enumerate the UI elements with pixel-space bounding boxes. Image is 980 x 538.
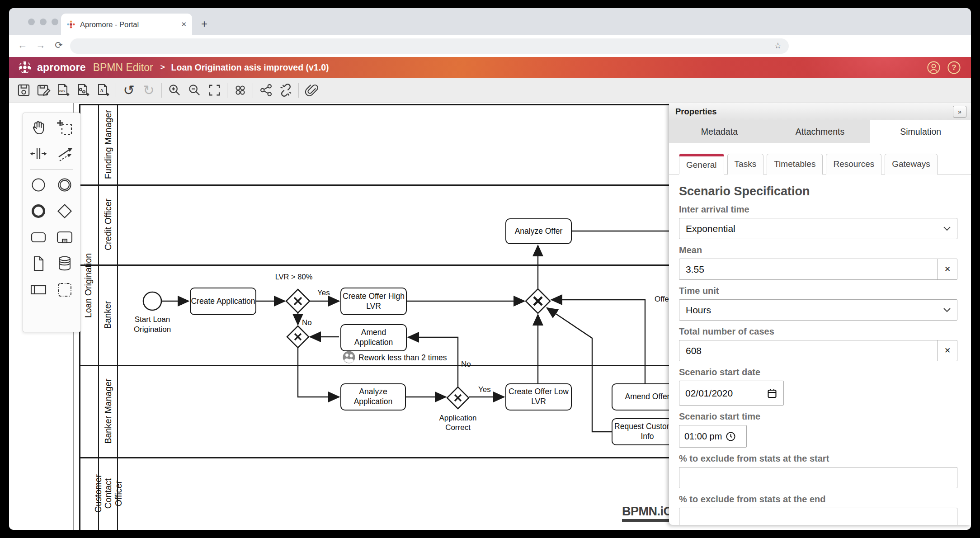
back-icon[interactable]: ← [16, 40, 29, 51]
flow-request-customer-info-to-join[interactable] [547, 308, 612, 432]
simulation-sub-tabs: General Tasks Timetables Resources Gatew… [669, 143, 971, 175]
create-end-event[interactable] [28, 201, 48, 221]
app-header: apromore BPMN Editor > Loan Origination … [9, 57, 971, 78]
url-input[interactable]: ☆ [70, 38, 789, 54]
help-icon[interactable]: ? [947, 61, 961, 75]
toolbar-separator [116, 83, 116, 98]
field-label-time-unit: Time unit [679, 286, 957, 296]
lasso-tool[interactable] [55, 118, 75, 137]
browser-address-bar: ← → ⟳ ☆ [9, 35, 971, 57]
create-subprocess[interactable] [55, 227, 75, 247]
tab-simulation[interactable]: Simulation [870, 120, 971, 143]
app-name: BPMN Editor [93, 61, 153, 74]
fit-viewport-button[interactable] [205, 81, 223, 99]
tab-close-icon[interactable]: ✕ [181, 20, 187, 28]
browser-tab[interactable]: Apromore - Portal ✕ [61, 14, 192, 35]
field-label-inter-arrival-time: Inter arrival time [679, 204, 957, 215]
calendar-icon[interactable] [767, 388, 777, 399]
save-button[interactable] [14, 81, 33, 99]
task-amend-application[interactable]: Amend Application [340, 324, 407, 351]
palette-divider [30, 169, 73, 170]
exclude-end-input[interactable] [679, 508, 957, 525]
start-event[interactable] [143, 292, 161, 310]
panel-collapse-button[interactable]: » [953, 106, 966, 118]
browser-tab-strip: Apromore - Portal ✕ + [9, 8, 971, 35]
browser-window: Apromore - Portal ✕ + ← → ⟳ ☆ apromore B… [9, 8, 971, 530]
mean-input[interactable]: 3.55 [679, 259, 938, 279]
document-title: Loan Origination asis improved (v1.0) [171, 62, 329, 73]
total-cases-input-group: 608 ✕ [679, 340, 957, 361]
create-group[interactable] [55, 280, 75, 300]
task-analyze-offer[interactable]: Analyze Offer [505, 218, 572, 244]
editor-toolbar: SVG A ↺ ↻ [9, 78, 971, 103]
traffic-light-close[interactable] [28, 19, 35, 25]
create-data-object[interactable] [28, 254, 48, 274]
subtab-resources[interactable]: Resources [826, 154, 881, 175]
toolbar-separator [161, 83, 162, 98]
undo-button[interactable]: ↺ [120, 81, 138, 99]
svg-text:SVG: SVG [58, 90, 65, 93]
export-bpmn-button[interactable] [74, 81, 92, 99]
total-cases-input[interactable]: 608 [679, 340, 938, 361]
bpmn-canvas[interactable]: Loan Origination Funding Manager Credit … [9, 103, 971, 530]
flow-amend-offer-to-join[interactable] [551, 300, 645, 383]
create-start-event[interactable] [28, 175, 48, 195]
field-label-start-time: Scenario start time [679, 411, 957, 422]
bpmn-palette [23, 113, 80, 332]
field-label-mean: Mean [679, 245, 957, 255]
clock-icon[interactable] [726, 431, 736, 442]
time-unit-select[interactable]: Hours [679, 299, 957, 321]
token-simulation-button[interactable] [231, 81, 249, 99]
unlink-button[interactable] [277, 81, 295, 99]
task-create-offer-low-lvr[interactable]: Create Offer Low LVR [505, 383, 572, 411]
tab-title: Apromore - Portal [80, 20, 181, 29]
global-connect-tool[interactable] [55, 144, 75, 164]
flow-label-yes: Yes [317, 288, 330, 297]
zoom-out-button[interactable] [185, 81, 203, 99]
task-create-application[interactable]: Create Application [190, 288, 256, 315]
export-pdf-button[interactable]: A [94, 81, 112, 99]
create-participant[interactable] [28, 280, 48, 300]
task-create-offer-high-lvr[interactable]: Create Offer High LVR [340, 288, 407, 315]
user-account-icon[interactable] [927, 61, 941, 75]
reload-icon[interactable]: ⟳ [52, 40, 65, 51]
task-analyze-application[interactable]: Analyze Application [340, 383, 406, 411]
create-data-store[interactable] [55, 254, 75, 274]
traffic-light-zoom[interactable] [52, 19, 58, 25]
tab-metadata[interactable]: Metadata [669, 120, 770, 143]
exclude-start-input[interactable] [679, 467, 957, 488]
forward-icon[interactable]: → [34, 40, 47, 51]
inter-arrival-time-select[interactable]: Exponential [679, 218, 957, 239]
toolbar-separator [227, 83, 227, 98]
zoom-in-button[interactable] [165, 81, 184, 99]
annotation-label: Rework less than 2 times [358, 353, 462, 363]
new-tab-button[interactable]: + [198, 18, 211, 31]
subtab-tasks[interactable]: Tasks [727, 154, 764, 175]
chevron-down-icon [943, 308, 951, 312]
scenario-start-date-input[interactable]: 02/01/2020 [679, 381, 784, 406]
hand-tool[interactable] [28, 118, 48, 137]
space-tool[interactable] [28, 144, 48, 164]
redo-button[interactable]: ↻ [140, 81, 158, 99]
create-gateway[interactable] [55, 201, 75, 221]
bookmark-star-icon[interactable]: ☆ [774, 41, 782, 51]
subtab-timetables[interactable]: Timetables [767, 154, 823, 175]
apromore-favicon [66, 20, 75, 29]
traffic-light-minimize[interactable] [40, 19, 47, 25]
share-button[interactable] [257, 81, 275, 99]
brand-name[interactable]: apromore [37, 61, 86, 74]
tab-attachments[interactable]: Attachments [770, 120, 871, 143]
save-as-button[interactable] [34, 81, 52, 99]
subtab-general[interactable]: General [679, 154, 724, 175]
clear-icon[interactable]: ✕ [938, 259, 957, 279]
scenario-start-time-input[interactable]: 01:00 pm [679, 425, 747, 448]
breadcrumb-separator: > [160, 63, 165, 72]
attachment-button[interactable] [302, 81, 320, 99]
subtab-gateways[interactable]: Gateways [885, 154, 937, 175]
create-intermediate-event[interactable] [55, 175, 75, 195]
flow-merge-to-analyze-application[interactable] [298, 348, 339, 397]
clear-icon[interactable]: ✕ [938, 340, 957, 361]
export-svg-button[interactable]: SVG [54, 81, 72, 99]
field-label-total-cases: Total number of cases [679, 326, 957, 337]
create-task[interactable] [28, 227, 48, 247]
